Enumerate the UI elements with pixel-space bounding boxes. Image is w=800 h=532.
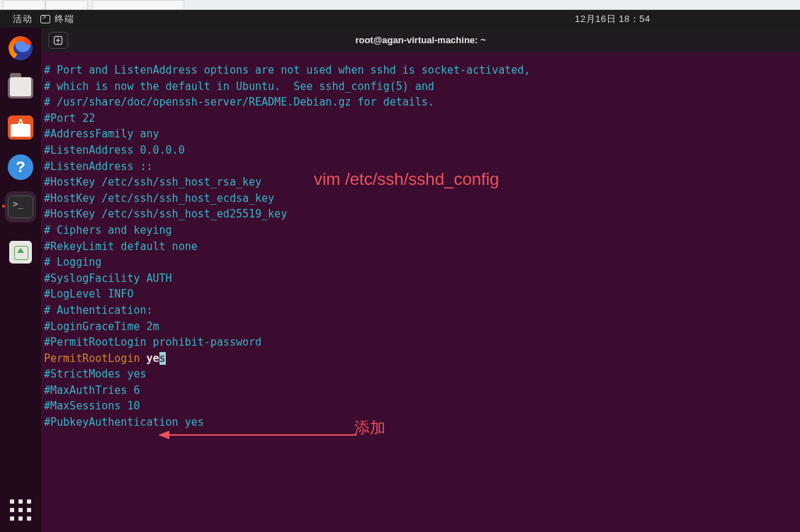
activities-button[interactable]: 活动 [13,13,32,26]
terminal-line: # Ciphers and keying [44,222,800,239]
new-tab-button[interactable] [48,32,68,49]
terminal-line: #HostKey /etc/ssh/ssh_host_ed25519_key [44,206,800,222]
terminal-line: #LogLevel INFO [44,286,800,302]
dock: ? [0,28,41,532]
annotation-arrow-icon [158,428,356,442]
terminal-titlebar[interactable]: root@agan-virtual-machine: ~ [41,28,800,52]
terminal-line: # which is now the default in Ubuntu. Se… [44,79,800,95]
software-icon[interactable] [6,113,35,142]
terminal-line: #MaxSessions 10 [44,398,800,414]
terminal-small-icon [40,15,50,23]
annotation-add-label: 添加 [354,417,385,438]
active-app-label: 终端 [55,13,74,26]
terminal-line: # Logging [44,254,800,271]
terminal-line-edited: PermitRootLogin yes [44,351,800,367]
terminal-line: #PermitRootLogin prohibit-password [44,334,800,351]
host-tab[interactable] [92,0,184,9]
terminal-line: #AddressFamily any [44,126,800,142]
show-applications-button[interactable] [6,495,35,525]
terminal-line: #MaxAuthTries 6 [44,383,800,399]
host-tab[interactable] [45,0,88,9]
terminal-viewport[interactable]: # Port and ListenAddress options are not… [41,52,800,532]
active-app-indicator[interactable]: 终端 [40,13,74,26]
terminal-title: root@agan-virtual-machine: ~ [68,35,773,45]
desktop: ? root@agan-virtual-machine: ~ # Port an… [0,28,800,532]
terminal-icon[interactable] [6,192,35,222]
clock[interactable]: 12月16日 18：54 [575,13,650,26]
terminal-line: # /usr/share/doc/openssh-server/README.D… [44,94,800,111]
annotation-command: vim /etc/ssh/sshd_config [314,169,499,189]
svg-marker-4 [158,431,169,439]
terminal-window: root@agan-virtual-machine: ~ # Port and … [41,28,800,532]
terminal-line: #ListenAddress 0.0.0.0 [44,142,800,159]
terminal-line: #StrictModes yes [44,366,800,383]
firefox-icon[interactable] [6,33,35,63]
terminal-line: # Port and ListenAddress options are not… [44,62,800,79]
host-tab[interactable] [3,0,45,9]
files-icon[interactable] [6,73,35,103]
terminal-line: #HostKey /etc/ssh/ssh_host_ecdsa_key [44,191,800,207]
help-icon[interactable]: ? [6,152,35,182]
trash-icon[interactable] [6,237,35,267]
terminal-line: #RekeyLimit default none [44,239,800,255]
terminal-line: #Port 22 [44,111,800,127]
terminal-line: #SyslogFacility AUTH [44,271,800,287]
terminal-line: # Authentication: [44,302,800,319]
terminal-line: #LoginGraceTime 2m [44,319,800,335]
gnome-topbar: 活动 终端 12月16日 18：54 [0,10,800,28]
host-browser-tab-strip [0,0,800,10]
